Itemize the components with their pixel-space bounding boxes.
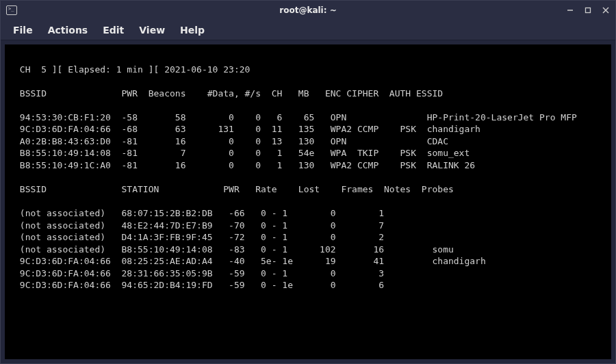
menubar: File Actions Edit View Help (1, 20, 615, 40)
close-button[interactable] (602, 6, 610, 14)
terminal-icon (6, 5, 17, 15)
titlebar[interactable]: root@kali: ~ (1, 1, 615, 20)
terminal-window: root@kali: ~ File Actions Edit View Help… (0, 0, 616, 364)
window-controls (566, 6, 610, 14)
maximize-button[interactable] (584, 6, 592, 14)
menu-view[interactable]: View (139, 25, 165, 36)
minimize-button[interactable] (566, 6, 574, 14)
terminal-output[interactable]: CH 5 ][ Elapsed: 1 min ][ 2021-06-10 23:… (5, 44, 611, 359)
menu-help[interactable]: Help (180, 25, 205, 36)
window-title: root@kali: ~ (279, 5, 336, 15)
svg-rect-1 (586, 8, 591, 13)
menu-actions[interactable]: Actions (48, 25, 88, 36)
menu-edit[interactable]: Edit (103, 25, 124, 36)
menu-file[interactable]: File (13, 25, 33, 36)
